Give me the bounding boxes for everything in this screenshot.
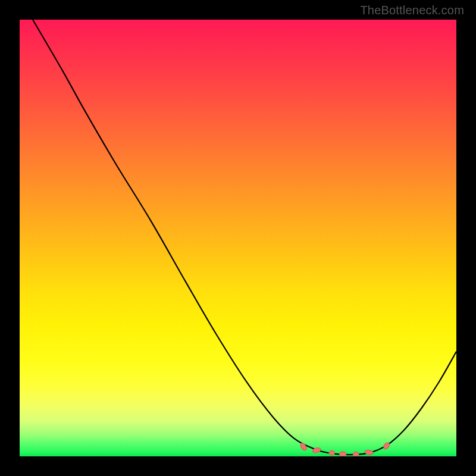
chart-marker (329, 450, 335, 455)
chart-marker (339, 452, 346, 456)
chart-plot-area (20, 20, 456, 456)
watermark-text: TheBottleneck.com (360, 4, 464, 17)
chart-svg (20, 20, 456, 456)
chart-marker (299, 442, 308, 452)
chart-marker (365, 449, 374, 455)
chart-marker (353, 452, 359, 456)
chart-curve (33, 20, 456, 455)
